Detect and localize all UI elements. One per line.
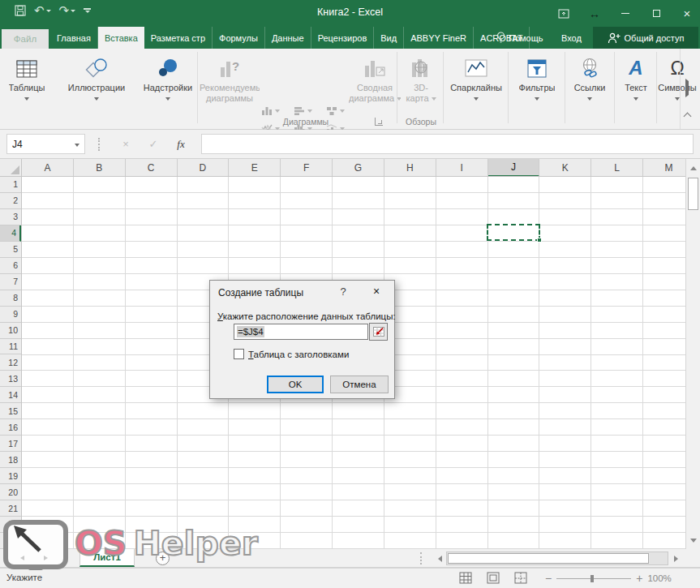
- tab-formulas[interactable]: Формулы: [213, 27, 265, 49]
- table-range-input[interactable]: =$J$4: [234, 324, 368, 340]
- horizontal-scroll-track[interactable]: [446, 552, 668, 565]
- column-header-E[interactable]: E: [229, 159, 281, 177]
- fill-handle[interactable]: [537, 238, 542, 242]
- row-header-21[interactable]: 21: [0, 500, 21, 517]
- fx-icon: fx: [177, 138, 184, 151]
- row-header-5[interactable]: 5: [0, 242, 21, 258]
- row-header-12[interactable]: 12: [0, 354, 21, 371]
- row-header-20[interactable]: 20: [0, 484, 21, 500]
- filters-button[interactable]: Фильтры: [510, 51, 564, 124]
- share-button[interactable]: Общий доступ: [593, 27, 698, 49]
- maximize-button[interactable]: [650, 7, 663, 20]
- text-button[interactable]: A Текст: [616, 51, 656, 124]
- tab-help[interactable]: Помощь: [496, 27, 543, 49]
- row-header-2[interactable]: 2: [0, 193, 21, 209]
- column-header-F[interactable]: F: [281, 159, 333, 177]
- ribbon-display-options-button[interactable]: [557, 7, 570, 20]
- ok-button[interactable]: OK: [267, 376, 324, 393]
- horizontal-scroll-thumb[interactable]: [448, 553, 649, 564]
- column-header-C[interactable]: C: [126, 159, 178, 177]
- tab-view[interactable]: Вид: [374, 27, 404, 49]
- cancel-entry-button: ×: [115, 134, 136, 154]
- row-header-13[interactable]: 13: [0, 371, 21, 387]
- minimize-button[interactable]: [619, 7, 632, 20]
- scroll-right-button[interactable]: [670, 552, 681, 565]
- row-header-3[interactable]: 3: [0, 209, 21, 225]
- zoom-percent[interactable]: 100%: [647, 573, 671, 583]
- links-button[interactable]: Ссылки: [567, 51, 612, 124]
- row-header-4[interactable]: 4: [0, 225, 21, 242]
- row-header-10[interactable]: 10: [0, 323, 21, 339]
- column-header-L[interactable]: L: [591, 159, 643, 177]
- column-header-K[interactable]: K: [539, 159, 591, 177]
- vertical-scrollbar[interactable]: [685, 159, 700, 549]
- row-header-6[interactable]: 6: [0, 258, 21, 274]
- scroll-left-button[interactable]: [434, 552, 445, 565]
- name-box-arrow-icon[interactable]: [75, 144, 79, 147]
- column-header-H[interactable]: H: [384, 159, 436, 177]
- tab-layout[interactable]: Разметка стр: [144, 27, 213, 49]
- tab-file[interactable]: Файл: [2, 29, 49, 49]
- sheetbar-resize-handle[interactable]: [420, 552, 422, 564]
- collapse-ribbon-button[interactable]: [685, 114, 690, 119]
- row-header-14[interactable]: 14: [0, 387, 21, 403]
- scroll-down-button[interactable]: [687, 532, 700, 548]
- row-header-7[interactable]: 7: [0, 274, 21, 290]
- tables-button[interactable]: Таблицы: [2, 51, 52, 124]
- scroll-up-button[interactable]: [687, 160, 700, 176]
- column-header-B[interactable]: B: [74, 159, 126, 177]
- ribbon-more-button[interactable]: [685, 81, 689, 96]
- row-header-15[interactable]: 15: [0, 403, 21, 419]
- headers-checkbox[interactable]: [234, 349, 244, 359]
- dropdown-arrow-icon: [432, 97, 436, 101]
- select-all-corner[interactable]: [0, 159, 22, 177]
- charts-dialog-launcher[interactable]: [375, 118, 383, 126]
- row-header-1[interactable]: 1: [0, 177, 21, 193]
- tab-abbyy[interactable]: ABBYY FineR: [404, 27, 474, 49]
- symbols-button[interactable]: Ω Символы: [658, 51, 697, 124]
- page-break-view-button[interactable]: [514, 572, 527, 584]
- tab-home[interactable]: Главная: [50, 27, 98, 49]
- tab-insert[interactable]: Вставка: [98, 27, 144, 49]
- close-button[interactable]: ×: [681, 7, 694, 20]
- illustrations-button[interactable]: Иллюстрации: [54, 51, 140, 124]
- row-header-11[interactable]: 11: [0, 339, 21, 355]
- horizontal-scrollbar[interactable]: [434, 552, 681, 565]
- dialog-help-button[interactable]: ?: [337, 285, 350, 298]
- vertical-scroll-thumb[interactable]: [688, 178, 698, 210]
- row-header-9[interactable]: 9: [0, 307, 21, 323]
- dialog-close-button[interactable]: ×: [369, 285, 384, 299]
- column-header-A[interactable]: A: [22, 159, 74, 177]
- column-header-M[interactable]: M: [643, 159, 685, 177]
- collapse-dialog-button[interactable]: [369, 323, 388, 341]
- name-box[interactable]: J4: [6, 134, 85, 154]
- insert-function-button[interactable]: fx: [170, 134, 191, 154]
- page-layout-view-button[interactable]: [487, 572, 500, 584]
- row-header-19[interactable]: 19: [0, 468, 21, 484]
- normal-view-button[interactable]: [459, 572, 472, 584]
- row-header-16[interactable]: 16: [0, 419, 21, 436]
- cancel-button[interactable]: Отмена: [330, 376, 389, 393]
- hierarchy-chart-icon: [326, 106, 337, 116]
- zoom-in-button[interactable]: +: [636, 572, 642, 585]
- active-cell-J4[interactable]: [487, 224, 540, 241]
- scroll-down-icon: [690, 539, 697, 543]
- sparklines-button[interactable]: Спарклайны: [445, 51, 507, 124]
- column-header-D[interactable]: D: [178, 159, 230, 177]
- row-header-8[interactable]: 8: [0, 290, 21, 307]
- resize-cursor-icon: ↔: [588, 7, 601, 20]
- tab-review[interactable]: Рецензиров: [311, 27, 375, 49]
- zoom-slider-thumb[interactable]: [590, 575, 594, 582]
- sign-in-button[interactable]: Вход: [561, 27, 582, 49]
- row-header-18[interactable]: 18: [0, 452, 21, 468]
- tab-data[interactable]: Данные: [265, 27, 311, 49]
- column-header-J[interactable]: J: [488, 159, 540, 177]
- column-chart-icon: [261, 106, 273, 116]
- column-header-G[interactable]: G: [333, 159, 384, 177]
- addins-button[interactable]: Надстройки: [141, 51, 195, 124]
- column-header-I[interactable]: I: [436, 159, 488, 177]
- row-header-17[interactable]: 17: [0, 436, 21, 452]
- zoom-out-button[interactable]: −: [545, 572, 552, 585]
- zoom-slider[interactable]: [556, 578, 631, 579]
- formula-input[interactable]: [201, 134, 694, 154]
